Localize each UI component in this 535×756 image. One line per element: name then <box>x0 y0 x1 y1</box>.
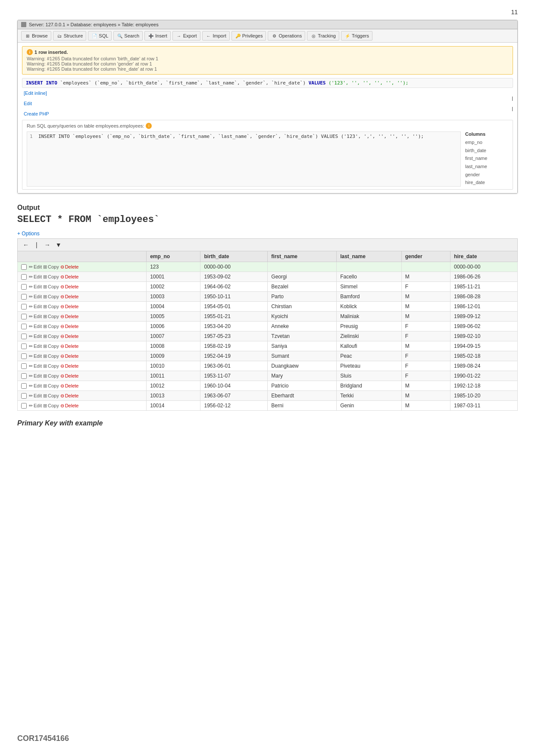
row-delete-link[interactable]: ⊖ Delete <box>60 284 79 290</box>
th-last-name[interactable]: last_name <box>337 251 402 262</box>
btn-import[interactable]: ← Import <box>202 31 230 41</box>
row-delete-link[interactable]: ⊖ Delete <box>60 334 79 339</box>
row-edit-link[interactable]: ✏ Edit <box>29 274 42 280</box>
btn-tracking[interactable]: ◎ Tracking <box>307 31 339 41</box>
row-delete-link[interactable]: ⊖ Delete <box>60 393 79 399</box>
row-delete-link[interactable]: ⊖ Delete <box>60 403 79 409</box>
link-edit[interactable]: Edit <box>24 101 513 106</box>
btn-structure[interactable]: 🗂 Structure <box>53 31 87 41</box>
row-delete-link[interactable]: ⊖ Delete <box>60 274 79 280</box>
row-edit-link[interactable]: ✏ Edit <box>29 353 42 359</box>
row-copy-link[interactable]: ⊞ Copy <box>43 334 59 339</box>
row-delete-link[interactable]: ⊖ Delete <box>60 373 79 379</box>
nav-prev-arrow[interactable]: ← <box>21 241 31 249</box>
row-checkbox[interactable] <box>21 334 27 339</box>
row-delete-link[interactable]: ⊖ Delete <box>60 314 79 319</box>
copy-icon: ⊞ <box>43 373 47 379</box>
row-checkbox[interactable] <box>21 373 27 379</box>
row-delete-link[interactable]: ⊖ Delete <box>60 304 79 309</box>
th-gender[interactable]: gender <box>401 251 450 262</box>
row-checkbox[interactable] <box>21 304 27 309</box>
row-edit-link[interactable]: ✏ Edit <box>29 314 42 319</box>
row-checkbox[interactable] <box>21 314 27 319</box>
th-birth-date[interactable]: birth_date <box>200 251 268 262</box>
btn-search[interactable]: 🔍 Search <box>113 31 143 41</box>
row-copy-link[interactable]: ⊞ Copy <box>43 383 59 389</box>
nav-next-arrow[interactable]: → <box>43 241 52 249</box>
row-copy-link[interactable]: ⊞ Copy <box>43 363 59 369</box>
cell-gender: M <box>401 302 450 312</box>
row-delete-link[interactable]: ⊖ Delete <box>60 353 79 359</box>
th-first-name[interactable]: first_name <box>268 251 337 262</box>
cell-emp_no: 10002 <box>147 282 200 292</box>
row-copy-link[interactable]: ⊞ Copy <box>43 403 59 409</box>
row-checkbox[interactable] <box>21 393 27 399</box>
row-checkbox[interactable] <box>21 284 27 290</box>
row-checkbox[interactable] <box>21 264 27 270</box>
btn-privileges[interactable]: 🔑 Privileges <box>232 31 266 41</box>
row-copy-link[interactable]: ⊞ Copy <box>43 344 59 349</box>
row-delete-link[interactable]: ⊖ Delete <box>60 294 79 300</box>
btn-insert[interactable]: ➕ Insert <box>144 31 171 41</box>
row-edit-link[interactable]: ✏ Edit <box>29 393 42 399</box>
row-edit-link[interactable]: ✏ Edit <box>29 373 42 379</box>
row-copy-link[interactable]: ⊞ Copy <box>43 304 59 309</box>
row-edit-link[interactable]: ✏ Edit <box>29 264 42 270</box>
row-edit-link[interactable]: ✏ Edit <box>29 383 42 389</box>
row-copy-link[interactable]: ⊞ Copy <box>43 284 59 290</box>
row-delete-link[interactable]: ⊖ Delete <box>60 264 79 270</box>
options-bar: + Options <box>17 230 518 237</box>
pma-columns-list: emp_no birth_date first_name last_name g… <box>465 138 508 187</box>
row-copy-link[interactable]: ⊞ Copy <box>43 264 59 270</box>
row-edit-link[interactable]: ✏ Edit <box>29 304 42 309</box>
row-edit-link[interactable]: ✏ Edit <box>29 344 42 349</box>
row-copy-link[interactable]: ⊞ Copy <box>43 324 59 329</box>
delete-icon: ⊖ <box>60 274 64 280</box>
btn-sql[interactable]: 📄 SQL <box>88 31 112 41</box>
row-checkbox[interactable] <box>21 294 27 300</box>
edit-icon: ✏ <box>29 274 33 280</box>
btn-privileges-label: Privileges <box>242 33 263 38</box>
row-edit-link[interactable]: ✏ Edit <box>29 324 42 329</box>
row-delete-link[interactable]: ⊖ Delete <box>60 344 79 349</box>
row-delete-link[interactable]: ⊖ Delete <box>60 324 79 329</box>
tracking-icon: ◎ <box>310 33 316 39</box>
row-copy-link[interactable]: ⊞ Copy <box>43 274 59 280</box>
row-copy-link[interactable]: ⊞ Copy <box>43 393 59 399</box>
nav-filter-icon[interactable]: ▼ <box>56 241 62 248</box>
row-checkbox[interactable] <box>21 344 27 349</box>
row-edit-link[interactable]: ✏ Edit <box>29 294 42 300</box>
btn-operations[interactable]: ⚙ Operations <box>268 31 305 41</box>
nav-sort-icon[interactable]: | <box>34 241 39 249</box>
row-copy-link[interactable]: ⊞ Copy <box>43 373 59 379</box>
row-checkbox[interactable] <box>21 353 27 359</box>
import-icon: ← <box>206 33 212 39</box>
row-checkbox[interactable] <box>21 403 27 409</box>
cell-hire_date: 1985-11-21 <box>451 282 518 292</box>
link-create-php[interactable]: Create PHP <box>24 111 513 116</box>
row-actions-cell: ✏ Edit ⊞ Copy ⊖ Delete <box>18 391 147 401</box>
row-edit-link[interactable]: ✏ Edit <box>29 363 42 369</box>
row-edit-link[interactable]: ✏ Edit <box>29 403 42 409</box>
row-delete-link[interactable]: ⊖ Delete <box>60 383 79 389</box>
row-checkbox[interactable] <box>21 274 27 280</box>
options-link[interactable]: + Options <box>17 231 40 237</box>
th-emp-no[interactable]: emp_no <box>147 251 200 262</box>
row-edit-link[interactable]: ✏ Edit <box>29 284 42 290</box>
row-copy-link[interactable]: ⊞ Copy <box>43 314 59 319</box>
row-checkbox[interactable] <box>21 324 27 329</box>
delete-icon: ⊖ <box>60 294 64 300</box>
row-copy-link[interactable]: ⊞ Copy <box>43 294 59 300</box>
cell-hire_date: 1989-08-24 <box>451 361 518 371</box>
btn-browse[interactable]: ⊞ Browse <box>21 31 51 41</box>
th-hire-date[interactable]: hire_date <box>451 251 518 262</box>
row-checkbox[interactable] <box>21 383 27 389</box>
row-edit-link[interactable]: ✏ Edit <box>29 334 42 339</box>
btn-export[interactable]: → Export <box>172 31 200 41</box>
row-checkbox[interactable] <box>21 363 27 369</box>
row-actions: ✏ Edit ⊞ Copy ⊖ Delete <box>21 353 143 359</box>
link-edit-inline[interactable]: [Edit inline] <box>24 91 513 96</box>
row-copy-link[interactable]: ⊞ Copy <box>43 353 59 359</box>
btn-triggers[interactable]: ⚡ Triggers <box>341 31 372 41</box>
row-delete-link[interactable]: ⊖ Delete <box>60 363 79 369</box>
